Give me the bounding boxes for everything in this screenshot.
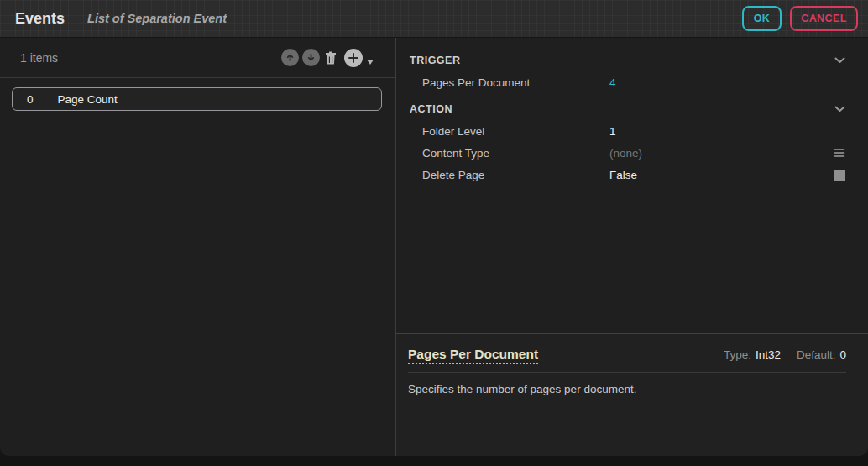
events-dialog: Events List of Separation Event OK CANCE… xyxy=(0,0,868,456)
menu-icon[interactable] xyxy=(834,148,845,158)
dialog-content: 1 items xyxy=(0,38,868,456)
add-dropdown-caret-icon[interactable] xyxy=(367,60,374,65)
plus-icon xyxy=(348,53,358,63)
property-value[interactable]: 1 xyxy=(609,125,616,138)
property-row-folder-level: Folder Level 1 xyxy=(396,120,868,142)
list-toolbar xyxy=(281,49,374,67)
page-subtitle: List of Separation Event xyxy=(87,12,227,25)
trash-icon xyxy=(325,51,337,65)
chevron-down-icon[interactable] xyxy=(834,57,845,64)
event-list-panel: 1 items xyxy=(0,38,396,456)
checkbox-box-icon xyxy=(834,170,845,181)
description-meta: Type: Int32 Default: 0 xyxy=(724,348,846,361)
default-label: Default: xyxy=(797,348,836,361)
description-header: Pages Per Document Type: Int32 Default: … xyxy=(408,334,846,364)
add-item-button[interactable] xyxy=(344,49,363,67)
checkbox[interactable] xyxy=(834,170,845,181)
titlebar: Events List of Separation Event OK CANCE… xyxy=(0,0,868,38)
ok-button[interactable]: OK xyxy=(742,6,782,31)
property-value[interactable]: (none) xyxy=(609,147,642,160)
list-item-index: 0 xyxy=(27,93,34,106)
cancel-button[interactable]: CANCEL xyxy=(790,6,858,31)
description-text: Specifies the number of pages per docume… xyxy=(408,373,846,395)
section-header-action: ACTION xyxy=(396,93,868,120)
property-value[interactable]: False xyxy=(609,169,637,181)
description-panel: Pages Per Document Type: Int32 Default: … xyxy=(396,333,868,456)
property-row-delete-page: Delete Page False xyxy=(396,164,868,186)
type-meta: Type: Int32 xyxy=(724,348,781,361)
items-count: 1 items xyxy=(20,51,58,65)
default-meta: Default: 0 xyxy=(797,348,846,361)
properties-panel: TRIGGER Pages Per Document 4 ACTION Fold… xyxy=(396,38,868,456)
property-row-content-type: Content Type (none) xyxy=(396,142,868,164)
property-label: Folder Level xyxy=(422,125,609,138)
move-down-button[interactable] xyxy=(302,49,320,66)
page-title: Events xyxy=(15,10,65,28)
list-panel-header: 1 items xyxy=(0,38,395,78)
arrow-up-icon xyxy=(285,53,295,62)
section-title: ACTION xyxy=(410,103,452,115)
list-item-label: Page Count xyxy=(58,93,118,106)
type-value: Int32 xyxy=(756,348,781,361)
arrow-down-icon xyxy=(306,53,316,62)
list-item[interactable]: 0 Page Count xyxy=(12,87,382,111)
move-up-button[interactable] xyxy=(281,49,299,66)
property-label: Delete Page xyxy=(422,169,609,181)
property-row-pages-per-document: Pages Per Document 4 xyxy=(396,71,868,93)
title-divider xyxy=(76,10,76,28)
property-label: Content Type xyxy=(422,147,609,160)
delete-item-button[interactable] xyxy=(323,51,338,65)
default-value: 0 xyxy=(839,348,846,361)
description-title: Pages Per Document xyxy=(408,347,538,364)
type-label: Type: xyxy=(724,348,751,361)
section-header-trigger: TRIGGER xyxy=(396,38,868,71)
section-title: TRIGGER xyxy=(410,55,460,66)
chevron-down-icon[interactable] xyxy=(834,106,845,113)
property-label: Pages Per Document xyxy=(422,76,609,89)
property-value[interactable]: 4 xyxy=(609,76,616,89)
